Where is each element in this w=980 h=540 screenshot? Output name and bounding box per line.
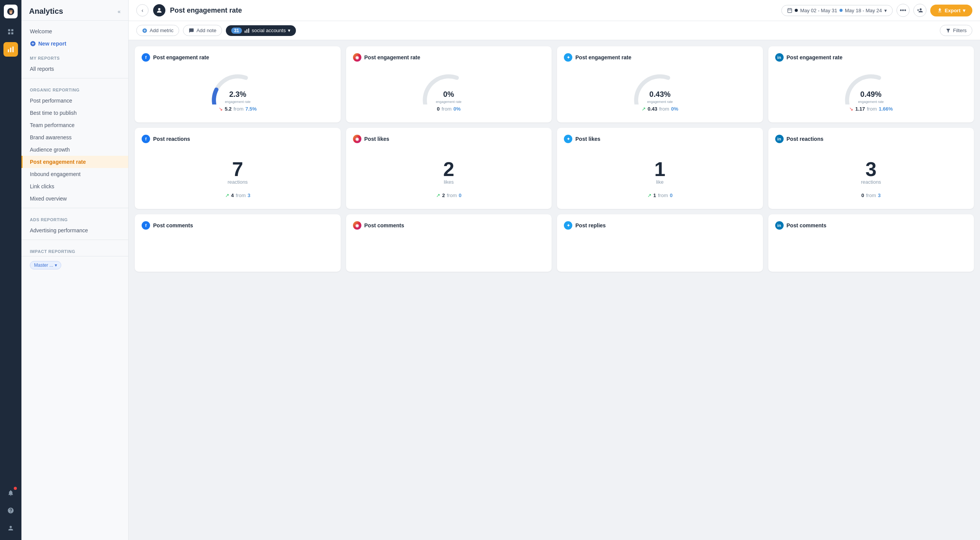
add-metric-button[interactable]: Add metric — [136, 25, 179, 36]
comp-value: 1 — [653, 193, 656, 198]
comp-prev: 1.66% — [879, 106, 893, 112]
card-title: Post engagement rate — [575, 54, 631, 60]
more-options-btn[interactable]: ••• — [897, 4, 910, 17]
comp-value: 5.2 — [225, 106, 232, 112]
svg-text:engagement rate: engagement rate — [647, 100, 673, 104]
svg-rect-7 — [10, 48, 11, 52]
card-title: Post engagement rate — [787, 54, 843, 60]
sidebar-link-clicks[interactable]: Link clicks — [21, 180, 128, 193]
card-title: Post engagement rate — [364, 54, 420, 60]
sidebar-new-report-btn[interactable]: New report — [21, 38, 128, 50]
gauge-wrapper: 0.49% engagement rate — [840, 70, 902, 104]
count-label: likes — [444, 179, 454, 185]
sidebar-advertising-performance[interactable]: Advertising performance — [21, 224, 128, 237]
sidebar-title: Analytics — [29, 7, 63, 16]
comparison: 0 from 0% — [437, 106, 461, 112]
comparison: ↘ 1.17 from 1.66% — [849, 106, 893, 112]
svg-rect-16 — [248, 28, 249, 33]
add-user-button[interactable] — [913, 4, 926, 17]
platform-icon-fb: f — [142, 221, 150, 230]
sidebar-nav-notifications[interactable] — [3, 486, 18, 500]
card-header: f Post engagement rate — [142, 53, 334, 62]
filters-button[interactable]: Filters — [940, 25, 972, 36]
trend-arrow-up: ↗ — [225, 193, 229, 198]
sidebar-nav-analytics[interactable] — [3, 42, 18, 57]
sidebar-welcome-link[interactable]: Welcome — [21, 25, 128, 38]
card-title: Post comments — [364, 222, 404, 228]
trend-arrow-down: ↘ — [219, 106, 223, 112]
comparison: ↗ 2 from 0 — [436, 193, 461, 198]
sidebar-post-engagement-rate[interactable]: Post engagement rate — [21, 156, 128, 168]
export-button[interactable]: Export ▾ — [930, 5, 972, 16]
sidebar-divider-3 — [21, 240, 128, 240]
platform-icon-fb: f — [142, 135, 150, 143]
sidebar-collapse-btn[interactable]: « — [118, 8, 121, 15]
comp-value: 0 — [437, 106, 439, 112]
page-title: Post engagement rate — [170, 7, 777, 15]
impact-badge-btn[interactable]: Master ... ▾ — [30, 261, 61, 269]
toolbar: Add metric Add note 31 social accounts ▾… — [129, 21, 980, 40]
card-title: Post engagement rate — [153, 54, 209, 60]
cards-grid: f Post engagement rate 2.3% engagement r… — [135, 46, 974, 272]
gauge-svg: 0% engagement rate — [418, 70, 479, 104]
svg-rect-8 — [13, 47, 14, 52]
platform-icon-tw: ✦ — [564, 53, 572, 62]
sidebar-best-time[interactable]: Best time to publish — [21, 107, 128, 119]
gauge-svg: 0.49% engagement rate — [840, 70, 902, 104]
card-header: ✦ Post replies — [564, 221, 756, 230]
platform-icon-li: in — [775, 53, 784, 62]
sidebar-inbound-engagement[interactable]: Inbound engagement — [21, 168, 128, 180]
svg-rect-14 — [245, 31, 245, 33]
card-5: ◉ Post likes 2 likes ↗ 2 from 0 — [346, 128, 552, 209]
gauge-wrapper: 2.3% engagement rate — [207, 70, 268, 104]
svg-text:0.43%: 0.43% — [649, 90, 670, 98]
sidebar-nav-profile[interactable] — [3, 521, 18, 535]
sidebar-post-performance[interactable]: Post performance — [21, 95, 128, 107]
comparison: ↗ 0.43 from 0% — [642, 106, 678, 112]
sidebar-all-reports[interactable]: All reports — [21, 63, 128, 75]
social-accounts-button[interactable]: 31 social accounts ▾ — [226, 25, 296, 36]
svg-text:2.3%: 2.3% — [229, 90, 246, 98]
sidebar-audience-growth[interactable]: Audience growth — [21, 144, 128, 156]
date-primary: May 02 - May 31 — [800, 8, 837, 13]
sidebar-divider-2 — [21, 208, 128, 208]
card-title: Post reactions — [787, 136, 823, 142]
count-number: 1 — [654, 159, 665, 179]
sidebar-mixed-overview[interactable]: Mixed overview — [21, 193, 128, 205]
social-count-badge: 31 — [231, 28, 242, 34]
date-chevron: ▾ — [884, 8, 887, 13]
icon-bar: 🦉 — [0, 0, 21, 540]
card-title: Post likes — [575, 136, 600, 142]
add-note-button[interactable]: Add note — [183, 25, 222, 36]
count-container: 7 reactions ↗ 4 from 3 — [142, 148, 334, 202]
comparison: ↗ 1 from 0 — [647, 193, 673, 198]
sidebar-ads-label: ADS REPORTING — [21, 211, 128, 224]
comparison: ↗ 4 from 3 — [225, 193, 250, 198]
svg-text:engagement rate: engagement rate — [436, 100, 462, 104]
count-number: 7 — [232, 159, 243, 179]
card-title: Post likes — [364, 136, 389, 142]
comp-value: 0.43 — [648, 106, 657, 112]
sidebar-nav-home[interactable] — [3, 24, 18, 39]
sidebar-body: Welcome New report MY REPORTS All report… — [21, 21, 128, 279]
svg-point-9 — [158, 8, 160, 10]
card-2: ✦ Post engagement rate 0.43% engagement … — [557, 46, 763, 122]
comp-value: 2 — [442, 193, 445, 198]
sidebar-brand-awareness[interactable]: Brand awareness — [21, 131, 128, 144]
comp-value: 1.17 — [855, 106, 865, 112]
date-range-btn[interactable]: May 02 - May 31 May 18 - May 24 ▾ — [781, 5, 893, 16]
comp-prev: 0% — [453, 106, 461, 112]
count-container: 3 reactions 0 from 3 — [775, 148, 967, 202]
back-button[interactable]: ‹ — [136, 4, 149, 16]
comparison: 0 from 3 — [861, 193, 880, 198]
gauge-wrapper: 0% engagement rate — [418, 70, 479, 104]
sidebar-nav-help[interactable] — [3, 503, 18, 518]
trend-arrow-up: ↗ — [642, 106, 646, 112]
comp-value: 4 — [231, 193, 234, 198]
grid-container: f Post engagement rate 2.3% engagement r… — [129, 40, 980, 540]
card-header: f Post reactions — [142, 135, 334, 143]
platform-icon-ig: ◉ — [353, 221, 361, 230]
card-3: in Post engagement rate 0.49% engagement… — [768, 46, 974, 122]
trend-arrow-down: ↘ — [849, 106, 853, 112]
sidebar-team-performance[interactable]: Team performance — [21, 119, 128, 131]
